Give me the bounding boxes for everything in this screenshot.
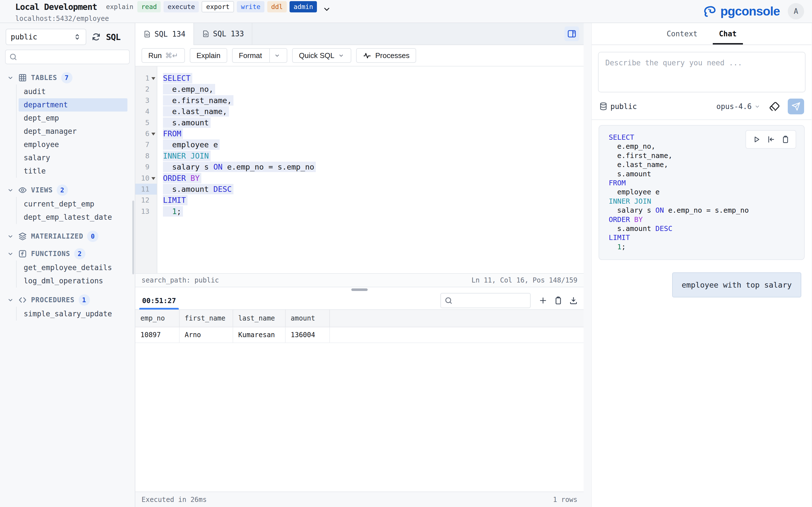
fold-marker-icon[interactable]: [151, 177, 155, 180]
results-toolbar: 00:51:27: [135, 292, 583, 310]
copy-sql-icon[interactable]: [781, 135, 790, 144]
connection-chevron-icon[interactable]: [322, 5, 331, 13]
format-button[interactable]: Format: [232, 48, 287, 63]
tabbar-spacer: [252, 23, 564, 45]
connection-info: Local Development explainreadexecuteexpo…: [15, 0, 331, 22]
sidebar-section-header-functions[interactable]: FUNCTIONS2: [0, 247, 135, 261]
sidebar-search[interactable]: [5, 50, 130, 64]
line-number-7[interactable]: 7: [135, 139, 157, 150]
column-header-first_name[interactable]: first_name: [180, 310, 233, 327]
row-count: 1 rows: [553, 496, 577, 504]
line-number-3[interactable]: 3: [135, 95, 157, 106]
editor-line-11: s.amount DESC: [163, 184, 583, 194]
section-count-badge: 1: [79, 294, 90, 305]
sidebar-section-header-materialized[interactable]: MATERIALIZED0: [0, 230, 135, 243]
sidebar-section-procedures: PROCEDURES1simple_salary_update: [0, 293, 135, 322]
assistant-panel: ContextChat public opus-4.6: [592, 23, 811, 507]
chat-input[interactable]: [598, 52, 806, 93]
line-number-6[interactable]: 6: [135, 128, 157, 139]
sidebar-item-dept_emp_latest_date[interactable]: dept_emp_latest_date: [18, 211, 128, 224]
cell-amount: 136004: [286, 327, 330, 342]
sidebar-scrollbar[interactable]: [132, 201, 134, 274]
download-results-icon[interactable]: [569, 296, 578, 305]
line-number-8[interactable]: 8: [135, 151, 157, 161]
column-header-amount[interactable]: amount: [286, 310, 330, 327]
line-number-13[interactable]: 13: [135, 206, 157, 217]
highlighted-text: FROM: [163, 128, 183, 139]
sidebar-search-input[interactable]: [20, 53, 126, 61]
assistant-sql-line-7: employee e: [609, 187, 804, 196]
add-result-tab-icon[interactable]: [539, 296, 548, 305]
permission-badge-ddl: ddl: [267, 1, 287, 12]
sidebar-item-log_dml_operations[interactable]: log_dml_operations: [18, 274, 128, 288]
line-number-11[interactable]: 11: [135, 184, 157, 194]
run-button[interactable]: Run ⌘↵: [142, 48, 185, 63]
line-number-2[interactable]: 2: [135, 83, 157, 95]
sidebar-item-title[interactable]: title: [18, 165, 128, 178]
line-number-1[interactable]: 1: [135, 73, 157, 83]
results-search-input[interactable]: [455, 297, 541, 304]
model-select[interactable]: opus-4.6: [716, 102, 761, 111]
line-number-5[interactable]: 5: [135, 117, 157, 128]
tab-chat[interactable]: Chat: [717, 23, 739, 45]
assistant-sql-block: SELECT e.emp_no, e.first_name, e.last_na…: [599, 125, 805, 260]
sidebar-item-salary[interactable]: salary: [18, 151, 128, 165]
sidebar-section-header-views[interactable]: VIEWS2: [0, 183, 135, 197]
sidebar-section-tables: TABLES7auditdepartmentdept_empdept_manag…: [0, 71, 135, 179]
chevron-down-icon[interactable]: [274, 52, 281, 59]
sidebar-item-simple_salary_update[interactable]: simple_salary_update: [18, 307, 128, 321]
sidebar-section-header-procedures[interactable]: PROCEDURES1: [0, 293, 135, 307]
line-number-9[interactable]: 9: [135, 161, 157, 172]
highlighted-text: LIMIT: [163, 195, 188, 205]
column-header-emp_no[interactable]: emp_no: [135, 310, 180, 327]
toggle-side-panel-button[interactable]: [564, 26, 579, 41]
explain-button[interactable]: Explain: [190, 48, 227, 63]
assistant-sql-line-5: s.amount: [609, 170, 804, 179]
tab-context[interactable]: Context: [664, 23, 700, 45]
sidebar-item-audit[interactable]: audit: [18, 85, 128, 98]
query-workspace: SQL 134SQL 133 Run ⌘↵ Explain Format: [135, 23, 583, 507]
line-number-12[interactable]: 12: [135, 194, 157, 206]
sidebar-item-dept_manager[interactable]: dept_manager: [18, 125, 128, 138]
format-divider: [269, 49, 270, 62]
highlighted-text: salary s ON e.emp_no = s.emp_no: [163, 162, 316, 172]
sidebar-item-department[interactable]: department: [18, 98, 128, 112]
sql-mode-label[interactable]: SQL: [106, 32, 120, 42]
splitter-handle[interactable]: [351, 288, 368, 291]
clear-chat-icon[interactable]: [769, 101, 780, 112]
quick-sql-button[interactable]: Quick SQL: [292, 48, 351, 63]
results-search[interactable]: [441, 293, 530, 308]
sidebar-item-employee[interactable]: employee: [18, 138, 128, 151]
column-header-last_name[interactable]: last_name: [233, 310, 286, 327]
line-number-4[interactable]: 4: [135, 106, 157, 117]
assistant-sql-code: SELECT e.emp_no, e.first_name, e.last_na…: [609, 133, 804, 251]
sidebar-item-current_dept_emp[interactable]: current_dept_emp: [18, 198, 128, 211]
schema-select[interactable]: public: [6, 29, 86, 45]
code-brackets-icon: [18, 295, 27, 304]
run-sql-icon[interactable]: [752, 135, 761, 144]
sql-editor[interactable]: 12345678910111213 SELECT e.emp_no, e.fir…: [135, 66, 583, 273]
sidebar-item-dept_emp[interactable]: dept_emp: [18, 112, 128, 125]
avatar[interactable]: A: [788, 3, 804, 19]
section-items: auditdepartmentdept_empdept_manageremplo…: [0, 84, 135, 179]
table-row[interactable]: 10897ArnoKumaresan136004: [135, 327, 583, 343]
result-tab-timer[interactable]: 00:51:27: [141, 291, 177, 309]
user-message-bubble: employee with top salary: [672, 272, 801, 297]
tab-sql-133[interactable]: SQL 133: [194, 23, 253, 45]
tab-sql-134[interactable]: SQL 134: [135, 23, 194, 45]
processes-button[interactable]: Processes: [356, 48, 416, 63]
line-number-10[interactable]: 10: [135, 173, 157, 184]
fold-marker-icon[interactable]: [151, 133, 155, 135]
execution-time: Executed in 26ms: [142, 496, 207, 504]
sidebar-section-header-tables[interactable]: TABLES7: [0, 71, 135, 84]
context-schema-chip[interactable]: public: [599, 102, 637, 111]
section-count-badge: 2: [57, 184, 68, 196]
fold-marker-icon[interactable]: [151, 77, 155, 80]
insert-into-editor-icon[interactable]: [767, 135, 775, 144]
sidebar-item-get_employee_details[interactable]: get_employee_details: [18, 261, 128, 274]
editor-code[interactable]: SELECT e.emp_no, e.first_name, e.last_na…: [157, 66, 583, 273]
copy-results-icon[interactable]: [554, 296, 563, 305]
send-button[interactable]: [788, 99, 804, 114]
refresh-icon[interactable]: [91, 32, 101, 42]
section-items: simple_salary_update: [0, 307, 135, 322]
